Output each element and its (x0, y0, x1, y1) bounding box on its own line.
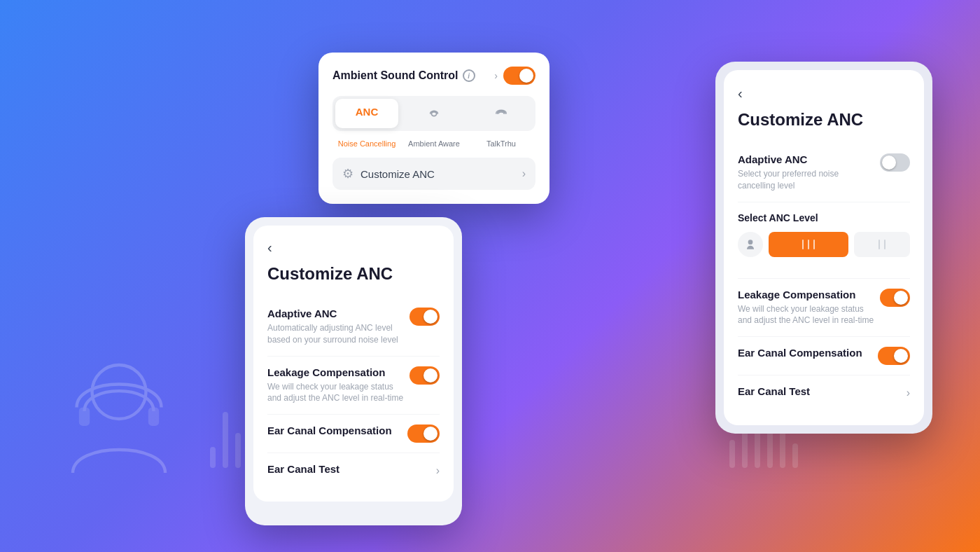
ear-canal-name-right: Ear Canal Compensation (738, 347, 862, 359)
ear-canal-test-name-left: Ear Canal Test (267, 463, 340, 475)
ear-canal-compensation-row-right: Ear Canal Compensation (738, 337, 910, 375)
mode-selector: ANC (332, 96, 536, 131)
customize-anc-card-right: ‹ Customize ANC Adaptive ANC Select your… (715, 62, 932, 434)
anc-label: ANC (356, 106, 379, 118)
ambient-icon (426, 106, 442, 121)
leakage-toggle-left[interactable] (410, 366, 440, 385)
mode-btn-anc[interactable]: ANC (335, 99, 398, 128)
customize-anc-title-right: Customize ANC (738, 110, 910, 130)
person-icon (743, 237, 757, 251)
anc-level-active-bar[interactable] (769, 232, 848, 257)
leakage-compensation-row-left: Leakage Compensation We will check your … (267, 357, 440, 415)
leakage-toggle-right[interactable] (880, 289, 910, 307)
customize-anc-row[interactable]: ⚙ Customize ANC › (332, 158, 536, 190)
leakage-name-left: Leakage Compensation (267, 366, 404, 378)
ambient-toggle[interactable] (503, 67, 536, 85)
mode-labels: Noise Cancelling Ambient Aware TalkTrhu (332, 139, 536, 148)
customize-anc-title-left: Customize ANC (267, 264, 440, 284)
leakage-desc-left: We will check your leakage status and ad… (267, 381, 404, 405)
ambient-sound-title: Ambient Sound Control (332, 69, 458, 82)
anc-level-label: Select ANC Level (738, 212, 910, 223)
customize-anc-label: Customize ANC (360, 168, 435, 180)
mode-label-noise-cancelling: Noise Cancelling (335, 139, 398, 148)
anc-level-inactive-bar[interactable] (854, 232, 910, 257)
svg-point-4 (748, 240, 753, 244)
leakage-compensation-row-right: Leakage Compensation We will check your … (738, 279, 910, 338)
adaptive-anc-name-right: Adaptive ANC (738, 153, 874, 165)
anc-level-row (738, 232, 910, 257)
adaptive-anc-row: Adaptive ANC Automatically adjusting ANC… (267, 298, 440, 357)
leakage-desc-right: We will check your leakage status and ad… (738, 303, 874, 327)
ear-canal-compensation-row-left: Ear Canal Compensation (267, 415, 440, 453)
talk-icon (493, 106, 509, 121)
ear-canal-test-row-left[interactable]: Ear Canal Test › (267, 453, 440, 488)
ear-canal-test-name-right: Ear Canal Test (738, 385, 810, 397)
anc-avatar (738, 232, 763, 257)
adaptive-anc-toggle-left[interactable] (410, 308, 440, 326)
svg-rect-1 (79, 408, 90, 426)
ambient-chevron-icon: › (494, 70, 498, 81)
ear-canal-toggle-right[interactable] (878, 347, 910, 365)
ambient-sound-card: Ambient Sound Control i › ANC (318, 53, 550, 204)
customize-anc-card-left: ‹ Customize ANC Adaptive ANC Automatical… (245, 217, 462, 525)
back-button-left[interactable]: ‹ (267, 240, 272, 256)
gear-icon: ⚙ (342, 166, 354, 181)
ear-canal-name-left: Ear Canal Compensation (267, 425, 392, 436)
adaptive-anc-desc-right: Select your preferred noise cancelling l… (738, 168, 874, 192)
mode-label-talktrhu: TalkTrhu (470, 139, 533, 148)
customize-chevron-icon: › (522, 167, 526, 180)
adaptive-anc-toggle-right[interactable] (880, 153, 910, 172)
ear-canal-test-chevron-right: › (906, 387, 910, 399)
mode-btn-talk[interactable] (470, 99, 533, 128)
leakage-name-right: Leakage Compensation (738, 289, 874, 301)
svg-rect-2 (148, 408, 159, 426)
ear-canal-test-chevron-left: › (436, 464, 440, 477)
ear-canal-toggle-left[interactable] (407, 425, 440, 443)
mode-label-ambient: Ambient Aware (402, 139, 465, 148)
adaptive-anc-desc: Automatically adjusting ANC level based … (267, 322, 404, 346)
svg-point-0 (92, 365, 146, 419)
back-button-right[interactable]: ‹ (738, 85, 743, 102)
anc-level-section: Select ANC Level (738, 202, 910, 279)
info-icon[interactable]: i (463, 69, 475, 82)
mode-btn-ambient[interactable] (402, 99, 465, 128)
adaptive-anc-name: Adaptive ANC (267, 308, 404, 319)
ear-canal-test-row-right[interactable]: Ear Canal Test › (738, 375, 910, 410)
adaptive-anc-row-right: Adaptive ANC Select your preferred noise… (738, 144, 910, 202)
